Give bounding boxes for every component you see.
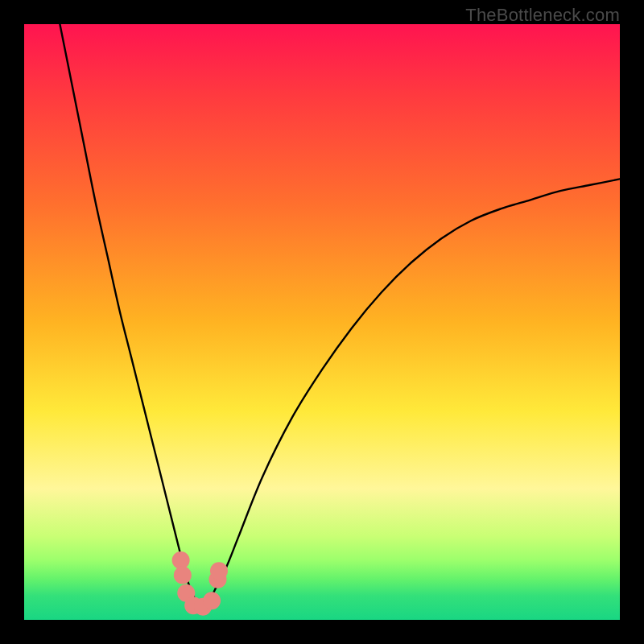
fit-marker-dot — [174, 567, 192, 584]
plot-area — [24, 24, 620, 620]
curve-layer — [24, 24, 620, 620]
best-fit-marker — [172, 551, 228, 616]
fit-marker-dot — [210, 562, 228, 580]
fit-marker-dot — [203, 592, 221, 609]
fit-marker-dot — [172, 551, 190, 569]
bottleneck-curve — [60, 24, 620, 608]
watermark-text: TheBottleneck.com — [465, 5, 620, 26]
chart-frame: TheBottleneck.com — [0, 0, 644, 644]
